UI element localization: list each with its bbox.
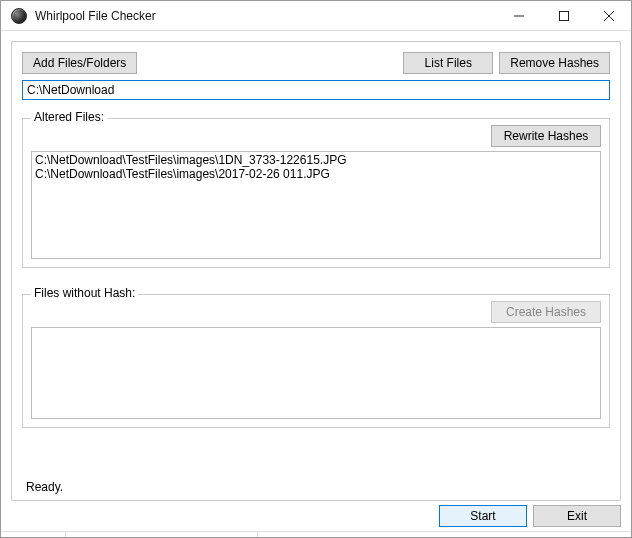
- status-speed: 86.1 MB/s (Average: 84.4 MB/s): [66, 532, 258, 538]
- path-input[interactable]: [22, 80, 610, 100]
- files-without-hash-label: Files without Hash:: [31, 286, 138, 300]
- altered-files-list[interactable]: C:\NetDownload\TestFiles\images\1DN_3733…: [31, 151, 601, 259]
- list-item[interactable]: C:\NetDownload\TestFiles\images\1DN_3733…: [35, 153, 597, 167]
- rewrite-hashes-button[interactable]: Rewrite Hashes: [491, 125, 601, 147]
- maximize-button[interactable]: [541, 1, 586, 31]
- exit-button[interactable]: Exit: [533, 505, 621, 527]
- minimize-icon: [514, 11, 524, 21]
- add-files-folders-button[interactable]: Add Files/Folders: [22, 52, 137, 74]
- statusbar: 100.0 % 86.1 MB/s (Average: 84.4 MB/s) R…: [1, 531, 631, 538]
- main-panel: SnapFiles Add Files/Folders List Files R…: [11, 41, 621, 501]
- altered-files-group: Altered Files: Rewrite Hashes C:\NetDown…: [22, 118, 610, 268]
- window-title: Whirlpool File Checker: [35, 9, 496, 23]
- close-button[interactable]: [586, 1, 631, 31]
- status-progress: 100.0 %: [1, 532, 66, 538]
- create-hashes-button: Create Hashes: [491, 301, 601, 323]
- minimize-button[interactable]: [496, 1, 541, 31]
- remove-hashes-button[interactable]: Remove Hashes: [499, 52, 610, 74]
- altered-files-label: Altered Files:: [31, 110, 107, 124]
- start-button[interactable]: Start: [439, 505, 527, 527]
- titlebar: Whirlpool File Checker: [1, 1, 631, 31]
- svg-rect-1: [559, 11, 568, 20]
- action-row: Start Exit: [1, 505, 631, 531]
- maximize-icon: [559, 11, 569, 21]
- close-icon: [604, 11, 614, 21]
- files-without-hash-group: Files without Hash: Create Hashes: [22, 294, 610, 428]
- app-icon: [11, 8, 27, 24]
- status-remaining: Remaining: 00:00:00: [258, 532, 389, 538]
- status-text: Ready.: [26, 474, 610, 494]
- files-without-hash-list[interactable]: [31, 327, 601, 419]
- list-item[interactable]: C:\NetDownload\TestFiles\images\2017-02-…: [35, 167, 597, 181]
- list-files-button[interactable]: List Files: [403, 52, 493, 74]
- top-toolbar: Add Files/Folders List Files Remove Hash…: [22, 52, 610, 74]
